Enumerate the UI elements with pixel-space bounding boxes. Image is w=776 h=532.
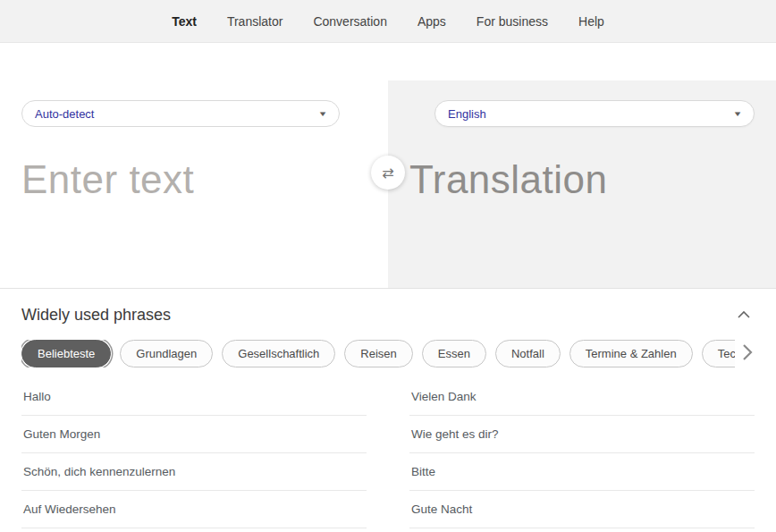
category-gesellschaftlich[interactable]: Gesellschaftlich bbox=[222, 340, 335, 367]
tab-for-business[interactable]: For business bbox=[461, 0, 563, 43]
tab-help[interactable]: Help bbox=[563, 0, 620, 43]
tab-conversation[interactable]: Conversation bbox=[298, 0, 402, 43]
chevron-up-icon bbox=[737, 310, 751, 319]
phrase-item[interactable]: Gute Nacht bbox=[409, 491, 755, 528]
source-language-dropdown[interactable]: Auto-detect ▼ bbox=[21, 100, 340, 127]
category-beliebteste[interactable]: Beliebteste bbox=[21, 340, 111, 367]
top-navigation: Text Translator Conversation Apps For bu… bbox=[0, 0, 776, 43]
phrase-item[interactable]: Guten Morgen bbox=[21, 416, 367, 453]
phrase-item[interactable]: Schön, dich kennenzulernen bbox=[21, 453, 367, 491]
chevron-right-icon bbox=[742, 343, 753, 361]
category-pill-row: Beliebteste Grundlagen Gesellschaftlich … bbox=[21, 340, 755, 367]
phrase-item[interactable]: Hallo bbox=[21, 378, 367, 416]
tab-apps[interactable]: Apps bbox=[402, 0, 461, 43]
widely-used-phrases-section: Widely used phrases Beliebteste Grundlag… bbox=[0, 288, 776, 528]
category-reisen[interactable]: Reisen bbox=[344, 340, 412, 367]
category-notfall[interactable]: Notfall bbox=[495, 340, 561, 367]
phrase-column-left: Hallo Guten Morgen Schön, dich kennenzul… bbox=[21, 378, 367, 528]
target-language-dropdown[interactable]: English ▼ bbox=[434, 100, 755, 127]
source-language-label: Auto-detect bbox=[35, 107, 95, 121]
translation-area: Auto-detect ▼ Enter text English ▼ Trans… bbox=[0, 80, 776, 288]
source-panel: Auto-detect ▼ Enter text bbox=[0, 80, 388, 288]
text-input-placeholder[interactable]: Enter text bbox=[21, 157, 367, 202]
phrases-header: Widely used phrases bbox=[21, 305, 755, 325]
phrase-column-right: Vielen Dank Wie geht es dir? Bitte Gute … bbox=[409, 378, 755, 528]
phrases-title: Widely used phrases bbox=[21, 306, 171, 325]
category-technologie[interactable]: Technologie bbox=[702, 340, 735, 367]
category-pill-scroller: Beliebteste Grundlagen Gesellschaftlich … bbox=[21, 340, 735, 367]
category-termine-zahlen[interactable]: Termine & Zahlen bbox=[569, 340, 693, 367]
swap-icon: ⇄ bbox=[382, 165, 393, 182]
category-grundlagen[interactable]: Grundlagen bbox=[120, 340, 213, 367]
target-panel: English ▼ Translation bbox=[388, 80, 776, 288]
chevron-down-icon: ▼ bbox=[732, 110, 742, 118]
scroll-categories-right-button[interactable] bbox=[740, 342, 755, 366]
phrase-grid: Hallo Guten Morgen Schön, dich kennenzul… bbox=[21, 378, 755, 528]
tab-translator[interactable]: Translator bbox=[212, 0, 299, 43]
collapse-section-button[interactable] bbox=[733, 305, 755, 325]
category-essen[interactable]: Essen bbox=[422, 340, 486, 367]
phrase-item[interactable]: Vielen Dank bbox=[409, 378, 755, 416]
translation-output-placeholder: Translation bbox=[409, 157, 755, 202]
target-language-label: English bbox=[448, 107, 486, 121]
chevron-down-icon: ▼ bbox=[317, 110, 327, 118]
phrase-item[interactable]: Wie geht es dir? bbox=[409, 416, 755, 453]
phrase-item[interactable]: Auf Wiedersehen bbox=[21, 491, 367, 528]
tab-text[interactable]: Text bbox=[156, 0, 212, 43]
swap-languages-button[interactable]: ⇄ bbox=[371, 156, 405, 190]
phrase-item[interactable]: Bitte bbox=[409, 453, 755, 491]
